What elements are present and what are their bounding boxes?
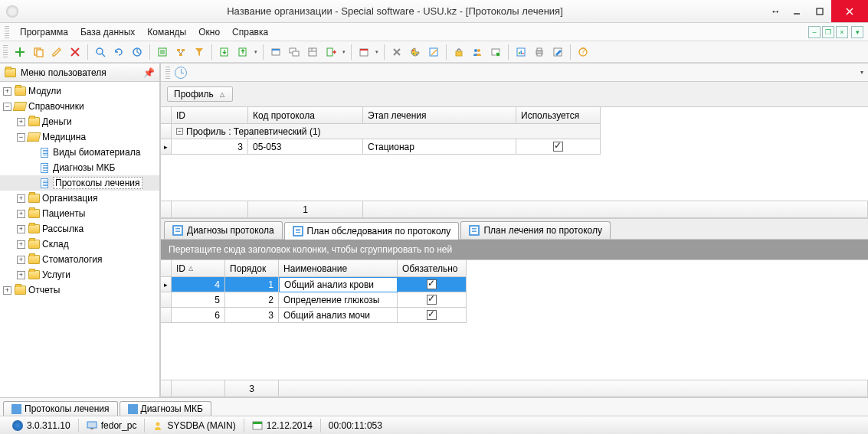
tab-diagnoses[interactable]: Диагнозы протокола <box>164 221 283 239</box>
delete-button[interactable] <box>67 44 84 60</box>
edit-button[interactable] <box>48 44 65 60</box>
svg-rect-50 <box>537 48 542 51</box>
refresh-button[interactable] <box>110 44 127 60</box>
toolbar-grip[interactable] <box>3 45 8 59</box>
col2-order[interactable]: Порядок <box>225 260 279 277</box>
req-checkbox[interactable] <box>427 310 437 320</box>
used-checkbox[interactable] <box>553 142 563 152</box>
svg-rect-17 <box>177 49 180 51</box>
mdi-restore-button[interactable]: ❐ <box>822 26 834 38</box>
col-id[interactable]: ID <box>172 107 248 124</box>
content-toolbar: ▾ <box>161 64 868 82</box>
titlebar: Название организации - Special software … <box>0 0 868 23</box>
close-button[interactable] <box>831 0 868 22</box>
col-stage[interactable]: Этап лечения <box>363 107 516 124</box>
maximize-button[interactable] <box>808 0 831 22</box>
protocols-grid[interactable]: ID Код протокола Этап лечения Использует… <box>161 107 868 218</box>
tree-mailing[interactable]: +Рассылка <box>0 221 159 237</box>
menu-help[interactable]: Справка <box>226 24 274 40</box>
tree-dental[interactable]: +Стоматология <box>0 252 159 267</box>
col2-id[interactable]: ID△ <box>172 260 225 277</box>
users-button[interactable] <box>469 44 486 60</box>
menu-database[interactable]: База данных <box>74 24 141 40</box>
footer-tab-mkb[interactable]: Диагнозы МКБ <box>120 401 211 416</box>
tree-services[interactable]: +Услуги <box>0 267 159 282</box>
mdi-close-button[interactable]: × <box>836 26 848 38</box>
import-button[interactable] <box>216 44 233 60</box>
group-panel[interactable]: Профиль△ <box>161 82 868 107</box>
group-chip-profile[interactable]: Профиль△ <box>167 86 233 102</box>
col2-req[interactable]: Обязательно <box>398 260 467 277</box>
minimize-button[interactable] <box>785 0 808 22</box>
tree-button[interactable] <box>172 44 189 60</box>
mdi-minimize-button[interactable]: – <box>808 26 821 38</box>
tree-patients[interactable]: +Пациенты <box>0 206 159 221</box>
col2-name[interactable]: Наименование <box>279 260 398 277</box>
lock-button[interactable] <box>450 44 467 60</box>
tree-modules[interactable]: +Модули <box>0 83 159 99</box>
sort-asc-icon: △ <box>188 265 193 272</box>
search-button[interactable] <box>92 44 109 60</box>
refresh-all-button[interactable] <box>129 44 146 60</box>
resize-arrows-icon[interactable]: ↔ <box>765 5 785 17</box>
help-button[interactable]: ? <box>575 44 591 60</box>
svg-rect-40 <box>456 51 462 56</box>
plan-row-1[interactable]: ▸ 4 1 Общий анализ крови <box>161 277 868 292</box>
menu-program[interactable]: Программа <box>14 24 74 40</box>
tree-refs[interactable]: −Справочники <box>0 99 159 114</box>
tree-stock[interactable]: +Склад <box>0 237 159 252</box>
col-used[interactable]: Используется <box>516 107 601 124</box>
tools-button[interactable] <box>388 44 405 60</box>
filter-button[interactable] <box>191 44 208 60</box>
calendar-dropdown[interactable]: ▾ <box>374 44 380 60</box>
menubar-grip[interactable] <box>5 26 9 38</box>
tree-protocols[interactable]: Протоколы лечения <box>0 175 159 191</box>
menu-window[interactable]: Окно <box>192 24 226 40</box>
list-button[interactable] <box>154 44 171 60</box>
export-dropdown[interactable]: ▾ <box>253 44 259 60</box>
window-tabs-button[interactable] <box>304 44 321 60</box>
exit-button[interactable] <box>323 44 339 60</box>
row-marker-header <box>161 107 172 124</box>
exit-dropdown[interactable]: ▾ <box>341 44 347 60</box>
grid-group-row[interactable]: − Профиль : Терапевтический (1) <box>161 124 868 139</box>
content-menu-dropdown[interactable]: ▾ <box>860 69 863 76</box>
permissions-button[interactable] <box>487 44 504 60</box>
mdi-dropdown-button[interactable]: ▾ <box>851 26 863 38</box>
palette-button[interactable] <box>407 44 424 60</box>
menu-commands[interactable]: Команды <box>141 24 192 40</box>
svg-line-11 <box>102 54 105 57</box>
tree-reports[interactable]: +Отчеты <box>0 282 159 298</box>
plan-row-3[interactable]: 6 3 Общий анализ мочи <box>161 308 868 323</box>
content-grip[interactable] <box>165 67 170 79</box>
tab-treat-plan[interactable]: План лечения по протоколу <box>460 221 611 239</box>
col-code[interactable]: Код протокола <box>248 107 363 124</box>
clock-icon[interactable] <box>175 67 187 79</box>
app-icon <box>6 5 18 18</box>
print-button[interactable] <box>531 44 548 60</box>
print-preview-button[interactable] <box>549 44 566 60</box>
req-checkbox[interactable] <box>427 295 437 305</box>
tree-medicine[interactable]: −Медицина <box>0 129 159 145</box>
footer-tab-protocols[interactable]: Протоколы лечения <box>3 401 118 416</box>
req-checkbox[interactable] <box>427 279 437 289</box>
plan-row-2[interactable]: 5 2 Определение глюкозы <box>161 292 868 308</box>
note-button[interactable] <box>425 44 442 60</box>
tree-money[interactable]: +Деньги <box>0 114 159 129</box>
nav-tree[interactable]: +Модули −Справочники +Деньги −Медицина В… <box>0 82 159 397</box>
tab-exam-plan[interactable]: План обследования по протоколу <box>284 222 460 240</box>
window-new-button[interactable] <box>267 44 284 60</box>
group-hint-panel[interactable]: Перетащите сюда заголовок колонки, чтобы… <box>161 240 868 260</box>
grid-data-row[interactable]: ▸ 3 05-053 Стационар <box>161 139 868 155</box>
window-list-button[interactable] <box>286 44 303 60</box>
copy-button[interactable] <box>30 44 47 60</box>
add-button[interactable] <box>11 44 28 60</box>
calendar-button[interactable] <box>355 44 372 60</box>
tree-mkb[interactable]: Диагнозы МКБ <box>0 160 159 175</box>
tree-bio[interactable]: Виды биоматериала <box>0 145 159 160</box>
tree-org[interactable]: +Организация <box>0 191 159 206</box>
plan-grid[interactable]: ID△ Порядок Наименование Обязательно ▸ 4… <box>161 260 868 397</box>
report-button[interactable] <box>513 44 529 60</box>
pin-icon[interactable]: 📌 <box>143 67 155 78</box>
export-button[interactable] <box>234 44 251 60</box>
